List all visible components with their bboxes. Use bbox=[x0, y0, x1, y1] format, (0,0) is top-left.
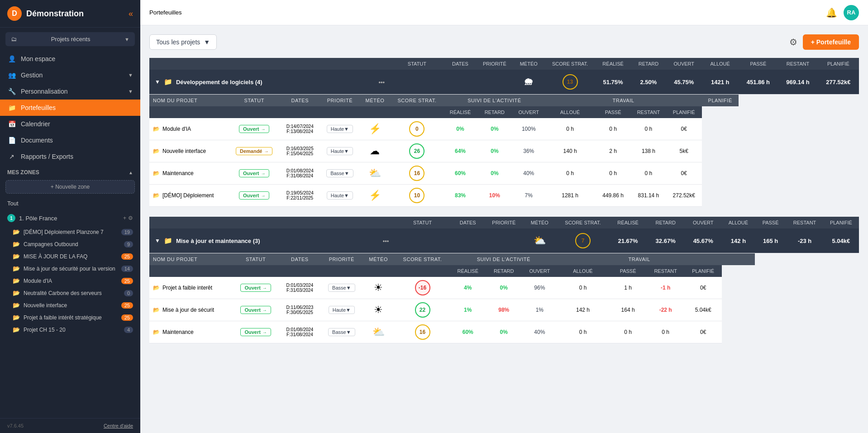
priority-badge[interactable]: Haute▼ bbox=[327, 191, 353, 200]
portfolio-planifie: 5.04k€ bbox=[823, 228, 859, 253]
zone-pole-france[interactable]: 1 1. Pôle France + ⚙ bbox=[0, 210, 140, 226]
collapse-icon[interactable]: ▼ bbox=[155, 238, 160, 244]
subheader-row-2: NOM DU PROJET STATUT DATES PRIORITÉ MÉTÉ… bbox=[149, 253, 859, 266]
sidebar-item-documents[interactable]: 📄 Documents bbox=[0, 132, 140, 148]
notification-icon[interactable]: 🔔 bbox=[826, 7, 837, 18]
sidebar-header: D Démonstration « bbox=[0, 0, 140, 28]
add-icon[interactable]: + bbox=[123, 215, 126, 221]
portfolio-passe: 451.86 h bbox=[739, 70, 778, 95]
settings-icon[interactable]: ⚙ bbox=[128, 215, 133, 221]
passe-val: 449.86 h bbox=[595, 185, 631, 207]
priority-badge[interactable]: Basse▼ bbox=[326, 169, 353, 177]
status-badge[interactable]: Demandé→ bbox=[236, 147, 273, 155]
th-passe-col: PASSÉ bbox=[595, 106, 631, 118]
sidebar-item-personnalisation[interactable]: 🔧 Personnalisation ▼ bbox=[0, 83, 140, 100]
priority-badge[interactable]: Basse▼ bbox=[328, 328, 355, 336]
passe-val: 0 h bbox=[609, 321, 647, 343]
project-item[interactable]: 📂 Mise à jour de sécurité pour la versio… bbox=[0, 262, 140, 275]
project-filter-dropdown[interactable]: Tous les projets ▼ bbox=[149, 34, 217, 50]
portfolio-table-2: STATUT DATES PRIORITÉ MÉTÉO SCORE STRAT.… bbox=[149, 217, 859, 343]
project-badge: 9 bbox=[124, 241, 133, 247]
th-passe: PASSÉ bbox=[755, 217, 787, 228]
status-badge[interactable]: Ouvert→ bbox=[240, 328, 271, 336]
th-restant-top: RESTANT bbox=[778, 58, 818, 70]
score-circle: 22 bbox=[415, 302, 430, 318]
th-meteo3: MÉTÉO bbox=[362, 253, 395, 266]
score-circle: 10 bbox=[409, 188, 424, 203]
status-badge[interactable]: Ouvert→ bbox=[239, 125, 269, 133]
th-dates: DATES bbox=[451, 217, 485, 228]
priority-badge[interactable]: Basse▼ bbox=[328, 284, 355, 292]
project-item[interactable]: 📂 Projet à faible intérêt stratégique 25 bbox=[0, 311, 140, 324]
restant-val: -1 h bbox=[647, 277, 684, 299]
portfolio-ouvert: 45.75% bbox=[666, 70, 702, 95]
sidebar-item-calendrier[interactable]: 📅 Calendrier bbox=[0, 116, 140, 132]
th-score3: SCORE STRAT. bbox=[394, 253, 450, 266]
portfolio-realise: 51.75% bbox=[595, 70, 631, 95]
th-statut3: STATUT bbox=[233, 253, 279, 266]
zones-label: Mes zones bbox=[7, 169, 39, 176]
status-badge[interactable]: Ouvert→ bbox=[240, 306, 271, 314]
project-item[interactable]: 📂 Nouvelle interface 25 bbox=[0, 299, 140, 311]
app-title: Démonstration bbox=[26, 9, 84, 19]
new-zone-button[interactable]: + Nouvelle zone bbox=[5, 180, 135, 194]
projects-dropdown[interactable]: 🗂 Projets récents ▼ bbox=[5, 32, 135, 46]
project-name: MISE À JOUR DE LA FAQ bbox=[24, 253, 87, 260]
priority-badge[interactable]: Haute▼ bbox=[327, 147, 353, 155]
table-row: 📂Mise à jour de sécurit Ouvert→ D:11/06/… bbox=[149, 299, 859, 321]
project-item[interactable]: 📂 MISE À JOUR DE LA FAQ 25 bbox=[0, 250, 140, 262]
sidebar-item-mon-espace[interactable]: 👤 Mon espace bbox=[0, 51, 140, 67]
portfolio-retard: 2.50% bbox=[631, 70, 666, 95]
status-badge[interactable]: Ouvert→ bbox=[240, 284, 271, 292]
planifie-val: 0€ bbox=[666, 162, 702, 185]
main-area: Portefeuilles 🔔 RA Tous les projets ▼ ⚙ … bbox=[140, 0, 868, 433]
settings-icon[interactable]: ⚙ bbox=[789, 37, 797, 48]
sidebar-item-portefeuilles[interactable]: 📁 Portefeuilles bbox=[0, 100, 140, 116]
passe-val: 2 h bbox=[595, 140, 631, 162]
project-name: Maintenance bbox=[162, 170, 194, 176]
th-restant-col: RESTANT bbox=[631, 106, 666, 118]
project-item[interactable]: 📂 Projet CH 15 - 20 4 bbox=[0, 324, 140, 336]
alloue-val: 0 h bbox=[545, 162, 595, 185]
th-realise-col: RÉALISÉ bbox=[444, 106, 477, 118]
zones-collapse-icon[interactable]: ▲ bbox=[129, 170, 133, 175]
project-item[interactable]: 📂 [DÉMO] Déploiement Planzone 7 19 bbox=[0, 226, 140, 238]
more-options-icon[interactable]: ••• bbox=[383, 238, 389, 244]
th-planifie2: PLANIFIÉ bbox=[702, 95, 739, 107]
sidebar-collapse-button[interactable]: « bbox=[129, 9, 133, 19]
filter-right: ⚙ + Portefeuille bbox=[789, 34, 859, 50]
th-planifie-col: PLANIFIÉ bbox=[666, 106, 702, 118]
add-portfolio-button[interactable]: + Portefeuille bbox=[803, 34, 859, 50]
sidebar-item-label: Personnalisation bbox=[21, 88, 68, 95]
zone-tout[interactable]: Tout bbox=[0, 196, 140, 210]
th-priorite: PRIORITÉ bbox=[477, 58, 512, 70]
portfolio-planifie: 277.52k€ bbox=[818, 70, 859, 95]
sidebar-item-gestion[interactable]: 👥 Gestion ▼ bbox=[0, 67, 140, 83]
project-item[interactable]: 📂 Campagnes Outbound 9 bbox=[0, 238, 140, 250]
passe-val: 0 h bbox=[595, 162, 631, 185]
passe-val: 1 h bbox=[609, 277, 647, 299]
project-badge: 0 bbox=[124, 290, 133, 296]
project-item[interactable]: 📂 Neutralité Carbone des serveurs 0 bbox=[0, 287, 140, 299]
folder-icon: 📂 bbox=[13, 228, 20, 235]
help-link[interactable]: Centre d'aide bbox=[104, 423, 133, 428]
th-dates: DATES bbox=[444, 58, 477, 70]
planifie-val: 0€ bbox=[684, 321, 722, 343]
th-meteo2: MÉTÉO bbox=[360, 95, 390, 107]
portfolio-alloue: 142 h bbox=[722, 228, 754, 253]
priority-badge[interactable]: Haute▼ bbox=[329, 306, 355, 314]
ouvert-val: 7% bbox=[512, 185, 545, 207]
score-circle: -16 bbox=[415, 280, 430, 295]
priority-badge[interactable]: Haute▼ bbox=[327, 125, 353, 133]
table-row: 📂Maintenance Ouvert→ D:01/08/2024F:31/08… bbox=[149, 162, 859, 185]
sidebar-item-label: Documents bbox=[21, 137, 53, 144]
collapse-icon[interactable]: ▼ bbox=[155, 79, 160, 85]
status-badge[interactable]: Ouvert→ bbox=[239, 191, 269, 200]
th-ouvert-col: OUVERT bbox=[512, 106, 545, 118]
sidebar-item-rapports[interactable]: ↗ Rapports / Exports bbox=[0, 148, 140, 165]
more-options-icon[interactable]: ••• bbox=[378, 79, 385, 86]
avatar[interactable]: RA bbox=[844, 5, 859, 20]
project-item[interactable]: 📂 Module d'IA 25 bbox=[0, 275, 140, 287]
status-badge[interactable]: Ouvert→ bbox=[239, 169, 269, 177]
portfolio-name: Développement de logiciels (4) bbox=[176, 79, 262, 86]
